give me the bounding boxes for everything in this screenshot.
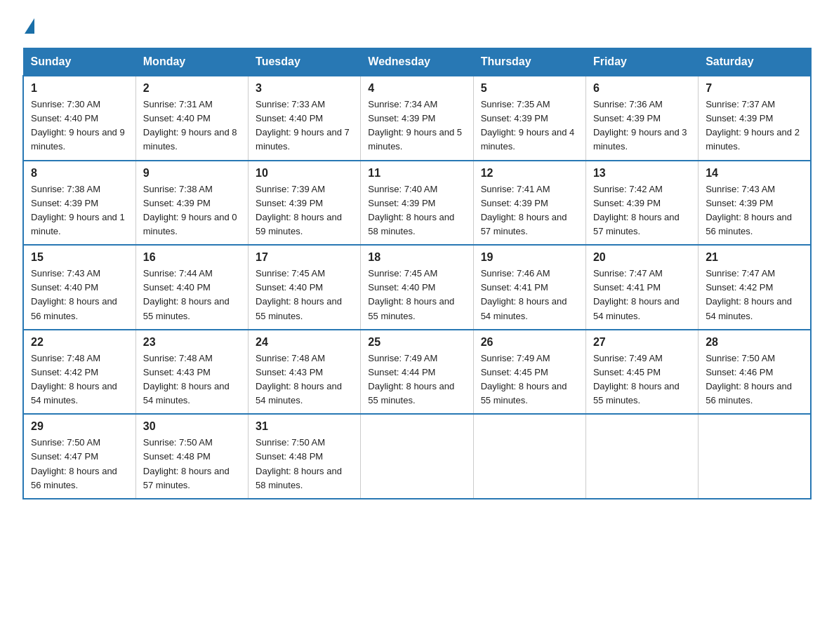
calendar-cell: 3 Sunrise: 7:33 AMSunset: 4:40 PMDayligh… — [249, 76, 361, 161]
page-header — [22, 17, 812, 34]
calendar-cell: 17 Sunrise: 7:45 AMSunset: 4:40 PMDaylig… — [249, 245, 361, 330]
calendar-cell: 1 Sunrise: 7:30 AMSunset: 4:40 PMDayligh… — [23, 76, 135, 161]
calendar-cell: 4 Sunrise: 7:34 AMSunset: 4:39 PMDayligh… — [361, 76, 473, 161]
day-number: 4 — [368, 82, 465, 95]
day-number: 30 — [143, 420, 241, 433]
day-info: Sunrise: 7:30 AMSunset: 4:40 PMDaylight:… — [31, 99, 125, 152]
day-number: 24 — [256, 336, 353, 349]
header-wednesday: Wednesday — [361, 48, 473, 76]
day-number: 6 — [593, 82, 691, 95]
day-info: Sunrise: 7:50 AMSunset: 4:46 PMDaylight:… — [706, 353, 792, 405]
day-info: Sunrise: 7:43 AMSunset: 4:40 PMDaylight:… — [31, 268, 117, 321]
day-info: Sunrise: 7:46 AMSunset: 4:41 PMDaylight:… — [481, 268, 567, 321]
calendar-cell — [699, 414, 811, 499]
calendar-cell: 6 Sunrise: 7:36 AMSunset: 4:39 PMDayligh… — [585, 76, 698, 161]
calendar-cell — [361, 414, 473, 499]
day-info: Sunrise: 7:31 AMSunset: 4:40 PMDaylight:… — [143, 99, 237, 152]
calendar-cell: 5 Sunrise: 7:35 AMSunset: 4:39 PMDayligh… — [473, 76, 585, 161]
day-number: 31 — [256, 420, 353, 433]
calendar-cell: 31 Sunrise: 7:50 AMSunset: 4:48 PMDaylig… — [249, 414, 361, 499]
day-info: Sunrise: 7:49 AMSunset: 4:45 PMDaylight:… — [593, 353, 680, 405]
day-number: 15 — [31, 251, 128, 264]
calendar-cell: 29 Sunrise: 7:50 AMSunset: 4:47 PMDaylig… — [23, 414, 135, 499]
day-info: Sunrise: 7:38 AMSunset: 4:39 PMDaylight:… — [143, 184, 237, 236]
week-row-3: 22 Sunrise: 7:48 AMSunset: 4:42 PMDaylig… — [23, 330, 811, 415]
day-number: 8 — [31, 167, 128, 180]
calendar-cell: 27 Sunrise: 7:49 AMSunset: 4:45 PMDaylig… — [585, 330, 698, 415]
day-info: Sunrise: 7:43 AMSunset: 4:39 PMDaylight:… — [706, 184, 792, 236]
calendar-cell: 25 Sunrise: 7:49 AMSunset: 4:44 PMDaylig… — [361, 330, 473, 415]
day-number: 18 — [368, 251, 465, 264]
header-friday: Friday — [585, 48, 698, 76]
day-info: Sunrise: 7:48 AMSunset: 4:42 PMDaylight:… — [31, 353, 117, 405]
day-number: 22 — [31, 336, 128, 349]
calendar-cell: 30 Sunrise: 7:50 AMSunset: 4:48 PMDaylig… — [135, 414, 248, 499]
calendar-cell: 26 Sunrise: 7:49 AMSunset: 4:45 PMDaylig… — [473, 330, 585, 415]
header-saturday: Saturday — [699, 48, 811, 76]
calendar-cell: 22 Sunrise: 7:48 AMSunset: 4:42 PMDaylig… — [23, 330, 135, 415]
calendar-cell: 7 Sunrise: 7:37 AMSunset: 4:39 PMDayligh… — [699, 76, 811, 161]
calendar-cell — [473, 414, 585, 499]
header-sunday: Sunday — [23, 48, 135, 76]
day-number: 11 — [368, 167, 465, 180]
day-info: Sunrise: 7:50 AMSunset: 4:47 PMDaylight:… — [31, 437, 117, 490]
day-number: 29 — [31, 420, 128, 433]
week-row-0: 1 Sunrise: 7:30 AMSunset: 4:40 PMDayligh… — [23, 76, 811, 161]
day-number: 1 — [31, 82, 128, 95]
day-info: Sunrise: 7:47 AMSunset: 4:41 PMDaylight:… — [593, 268, 680, 321]
week-row-4: 29 Sunrise: 7:50 AMSunset: 4:47 PMDaylig… — [23, 414, 811, 499]
day-info: Sunrise: 7:49 AMSunset: 4:44 PMDaylight:… — [368, 353, 454, 405]
week-row-2: 15 Sunrise: 7:43 AMSunset: 4:40 PMDaylig… — [23, 245, 811, 330]
calendar-cell: 8 Sunrise: 7:38 AMSunset: 4:39 PMDayligh… — [23, 161, 135, 246]
calendar-cell: 14 Sunrise: 7:43 AMSunset: 4:39 PMDaylig… — [699, 161, 811, 246]
calendar-cell — [585, 414, 698, 499]
day-number: 16 — [143, 251, 241, 264]
day-info: Sunrise: 7:39 AMSunset: 4:39 PMDaylight:… — [256, 184, 342, 236]
calendar-cell: 23 Sunrise: 7:48 AMSunset: 4:43 PMDaylig… — [135, 330, 248, 415]
day-number: 21 — [706, 251, 803, 264]
day-number: 7 — [706, 82, 803, 95]
day-info: Sunrise: 7:47 AMSunset: 4:42 PMDaylight:… — [706, 268, 792, 321]
calendar-cell: 21 Sunrise: 7:47 AMSunset: 4:42 PMDaylig… — [699, 245, 811, 330]
day-number: 23 — [143, 336, 241, 349]
day-info: Sunrise: 7:45 AMSunset: 4:40 PMDaylight:… — [256, 268, 342, 321]
calendar-cell: 11 Sunrise: 7:40 AMSunset: 4:39 PMDaylig… — [361, 161, 473, 246]
day-info: Sunrise: 7:50 AMSunset: 4:48 PMDaylight:… — [256, 437, 342, 490]
day-info: Sunrise: 7:37 AMSunset: 4:39 PMDaylight:… — [706, 99, 800, 152]
day-number: 25 — [368, 336, 465, 349]
day-info: Sunrise: 7:36 AMSunset: 4:39 PMDaylight:… — [593, 99, 687, 152]
day-number: 28 — [706, 336, 803, 349]
day-number: 17 — [256, 251, 353, 264]
day-number: 13 — [593, 167, 691, 180]
day-number: 10 — [256, 167, 353, 180]
day-number: 26 — [481, 336, 578, 349]
calendar-table: SundayMondayTuesdayWednesdayThursdayFrid… — [22, 48, 812, 499]
calendar-cell: 9 Sunrise: 7:38 AMSunset: 4:39 PMDayligh… — [135, 161, 248, 246]
calendar-cell: 13 Sunrise: 7:42 AMSunset: 4:39 PMDaylig… — [585, 161, 698, 246]
day-info: Sunrise: 7:41 AMSunset: 4:39 PMDaylight:… — [481, 184, 567, 236]
day-number: 20 — [593, 251, 691, 264]
day-info: Sunrise: 7:40 AMSunset: 4:39 PMDaylight:… — [368, 184, 454, 236]
calendar-header-row: SundayMondayTuesdayWednesdayThursdayFrid… — [23, 48, 811, 76]
day-info: Sunrise: 7:45 AMSunset: 4:40 PMDaylight:… — [368, 268, 454, 321]
day-number: 12 — [481, 167, 578, 180]
day-info: Sunrise: 7:35 AMSunset: 4:39 PMDaylight:… — [481, 99, 575, 152]
calendar-cell: 28 Sunrise: 7:50 AMSunset: 4:46 PMDaylig… — [699, 330, 811, 415]
day-info: Sunrise: 7:48 AMSunset: 4:43 PMDaylight:… — [143, 353, 230, 405]
calendar-cell: 16 Sunrise: 7:44 AMSunset: 4:40 PMDaylig… — [135, 245, 248, 330]
day-number: 27 — [593, 336, 691, 349]
day-info: Sunrise: 7:33 AMSunset: 4:40 PMDaylight:… — [256, 99, 350, 152]
calendar-cell: 19 Sunrise: 7:46 AMSunset: 4:41 PMDaylig… — [473, 245, 585, 330]
logo-triangle-icon — [25, 18, 34, 34]
week-row-1: 8 Sunrise: 7:38 AMSunset: 4:39 PMDayligh… — [23, 161, 811, 246]
day-info: Sunrise: 7:44 AMSunset: 4:40 PMDaylight:… — [143, 268, 230, 321]
logo — [22, 17, 34, 34]
day-info: Sunrise: 7:38 AMSunset: 4:39 PMDaylight:… — [31, 184, 125, 236]
calendar-cell: 2 Sunrise: 7:31 AMSunset: 4:40 PMDayligh… — [135, 76, 248, 161]
day-number: 19 — [481, 251, 578, 264]
calendar-cell: 24 Sunrise: 7:48 AMSunset: 4:43 PMDaylig… — [249, 330, 361, 415]
day-info: Sunrise: 7:49 AMSunset: 4:45 PMDaylight:… — [481, 353, 567, 405]
calendar-cell: 20 Sunrise: 7:47 AMSunset: 4:41 PMDaylig… — [585, 245, 698, 330]
day-number: 3 — [256, 82, 353, 95]
calendar-cell: 18 Sunrise: 7:45 AMSunset: 4:40 PMDaylig… — [361, 245, 473, 330]
